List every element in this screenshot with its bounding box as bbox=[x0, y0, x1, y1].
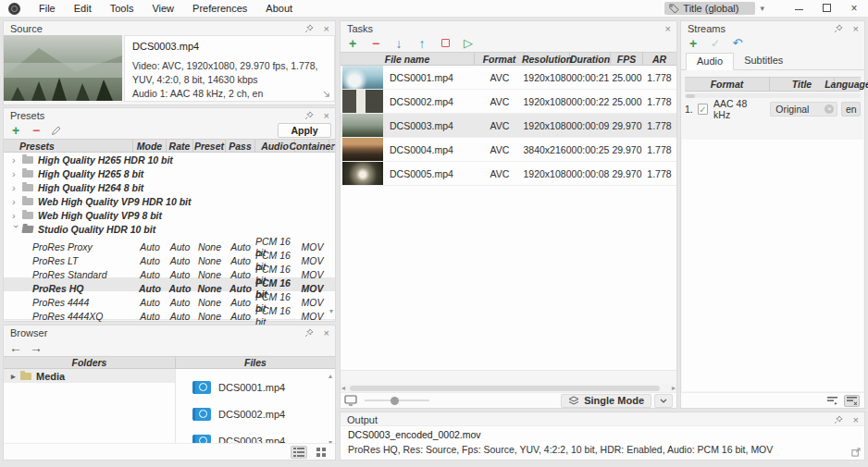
preset-preset: None bbox=[193, 241, 226, 252]
close-icon[interactable]: × bbox=[665, 24, 671, 33]
menu-preferences[interactable]: Preferences bbox=[183, 3, 256, 14]
tree-arrow-icon[interactable]: ▸ bbox=[11, 372, 19, 381]
folder-row-media[interactable]: ▸ Media bbox=[4, 369, 175, 383]
mode-dropdown-button[interactable] bbox=[654, 394, 673, 408]
close-icon[interactable]: × bbox=[324, 328, 329, 338]
monitor-icon[interactable] bbox=[344, 395, 357, 406]
stream-row[interactable]: 1. ✓ AAC 48 kHz Original × en bbox=[681, 100, 864, 118]
slider-knob[interactable] bbox=[391, 397, 399, 405]
preset-group-row[interactable]: › High Quality H264 8 bit bbox=[4, 180, 335, 194]
file-row[interactable]: DCS0001.mp4 bbox=[176, 374, 335, 400]
video-file-icon bbox=[192, 408, 211, 421]
pin-icon[interactable] bbox=[834, 24, 843, 33]
column-header: Duration bbox=[570, 53, 611, 65]
scroll-up-icon[interactable]: ▴ bbox=[329, 373, 332, 380]
preset-group-row[interactable]: › Web High Quality VP9 8 bit bbox=[4, 208, 335, 222]
menu-edit[interactable]: Edit bbox=[65, 3, 101, 14]
pin-icon[interactable] bbox=[304, 24, 314, 33]
remove-task-button[interactable]: − bbox=[367, 36, 384, 50]
chevron-right-icon[interactable]: › bbox=[12, 210, 21, 221]
move-down-button[interactable]: ↓ bbox=[391, 36, 407, 50]
edit-preset-button[interactable] bbox=[48, 123, 65, 137]
scroll-up-icon[interactable]: ▴ bbox=[329, 143, 333, 151]
tab-subtitles[interactable]: Subtitles bbox=[734, 53, 793, 69]
stream-title-input[interactable]: Original × bbox=[770, 102, 837, 117]
scroll-left-icon[interactable]: ◂ bbox=[341, 385, 345, 392]
preset-preset: None bbox=[193, 297, 226, 308]
task-resolution: 1920x1080 bbox=[525, 96, 570, 107]
task-format: AVC bbox=[475, 96, 525, 107]
menu-tools[interactable]: Tools bbox=[101, 3, 143, 14]
chevron-right-icon[interactable]: › bbox=[12, 196, 21, 207]
tab-audio[interactable]: Audio bbox=[686, 53, 734, 70]
task-row[interactable]: DCS0005.mp4 AVC 1920x1080 00:00:08 29.97… bbox=[341, 162, 676, 186]
window-close-button[interactable]: × bbox=[840, 2, 868, 15]
open-external-icon[interactable] bbox=[851, 448, 861, 457]
task-row[interactable]: DCS0002.mp4 AVC 1920x1080 00:00:22 25.00… bbox=[341, 90, 676, 114]
task-row[interactable]: DCS0004.mp4 AVC 3840x2160 00:00:25 29.97… bbox=[341, 138, 676, 162]
menu-file[interactable]: File bbox=[30, 3, 65, 14]
file-row[interactable]: DCS0002.mp4 bbox=[176, 400, 335, 427]
pin-icon[interactable] bbox=[304, 111, 314, 120]
panel-layout-toggle-button[interactable] bbox=[825, 395, 840, 407]
menu-view[interactable]: View bbox=[143, 3, 183, 14]
list-view-button[interactable] bbox=[291, 446, 307, 459]
source-info-card: DCS0003.mp4 Video: AVC, 1920x1080, 29.97… bbox=[124, 35, 335, 102]
preset-row[interactable]: ProRes Proxy Auto Auto None Auto PCM 16 … bbox=[4, 236, 335, 250]
chevron-down-icon[interactable]: › bbox=[11, 225, 22, 234]
start-encoding-button[interactable]: ▷ bbox=[460, 36, 477, 50]
output-panel: Output × DCS0003_encoded_0002.mov ProRes… bbox=[340, 412, 865, 461]
panel-layout-toggle-button-active[interactable] bbox=[844, 395, 860, 407]
pin-icon[interactable] bbox=[304, 328, 314, 338]
preset-group-row[interactable]: › Web High Quality VP9 HDR 10 bit bbox=[4, 194, 335, 208]
source-thumbnail[interactable] bbox=[4, 35, 122, 101]
source-body: DCS0003.mp4 Video: AVC, 1920x1080, 29.97… bbox=[4, 35, 335, 102]
preset-name: ProRes Proxy bbox=[4, 241, 133, 252]
remove-preset-button[interactable]: − bbox=[28, 123, 44, 137]
title-global-dropdown-icon[interactable]: ▾ bbox=[760, 4, 764, 13]
task-row-selected[interactable]: DCS0003.mp4 AVC 1920x1080 00:00:09 29.97… bbox=[341, 114, 676, 138]
stop-button[interactable] bbox=[437, 36, 453, 50]
apply-button[interactable]: Apply bbox=[278, 123, 331, 138]
close-icon[interactable]: × bbox=[324, 111, 329, 120]
menu-about[interactable]: About bbox=[256, 3, 302, 14]
preset-group-row[interactable]: › High Quality H265 8 bit bbox=[4, 166, 335, 180]
clear-text-icon[interactable]: × bbox=[825, 104, 834, 114]
window-maximize-button[interactable] bbox=[812, 2, 840, 15]
title-global-field[interactable]: Title (global) bbox=[664, 2, 755, 15]
add-stream-button[interactable]: + bbox=[685, 36, 701, 50]
tasks-panel-header: Tasks × bbox=[341, 21, 676, 34]
preset-group-row[interactable]: › High Quality H265 HDR 10 bit bbox=[4, 153, 335, 166]
close-icon[interactable]: × bbox=[324, 24, 329, 33]
apply-streams-button[interactable]: ✓ bbox=[707, 36, 724, 50]
thumbnail-size-slider[interactable] bbox=[365, 399, 429, 401]
scrollbar-thumb[interactable] bbox=[350, 386, 660, 391]
undo-icon[interactable]: ↶ bbox=[729, 36, 746, 50]
window-minimize-button[interactable] bbox=[785, 2, 812, 15]
close-icon[interactable]: × bbox=[853, 415, 859, 424]
streams-horizontal-scrollbar[interactable] bbox=[685, 93, 861, 98]
horizontal-scrollbar[interactable]: ◂ ▸ bbox=[341, 384, 676, 392]
add-preset-button[interactable]: + bbox=[7, 123, 24, 137]
close-icon[interactable]: × bbox=[853, 24, 859, 33]
chevron-right-icon[interactable]: › bbox=[12, 182, 21, 193]
task-row[interactable]: DCS0001.mp4 AVC 1920x1080 00:00:21 25.00… bbox=[341, 66, 676, 90]
forward-button[interactable]: → bbox=[28, 340, 44, 354]
single-mode-button[interactable]: Single Mode bbox=[561, 394, 651, 408]
preset-group-name: Web High Quality VP9 8 bit bbox=[38, 210, 162, 221]
chevron-right-icon[interactable]: › bbox=[12, 154, 21, 166]
move-up-button[interactable]: ↑ bbox=[414, 36, 430, 50]
add-task-button[interactable]: + bbox=[344, 36, 361, 50]
source-audio-info: Audio 1: AAC 48 kHz, 2 ch, en bbox=[132, 87, 327, 101]
grid-view-button[interactable] bbox=[313, 446, 329, 459]
preset-group-row-expanded[interactable]: › Studio Quality HDR 10 bit bbox=[4, 222, 335, 236]
stream-checkbox[interactable]: ✓ bbox=[698, 104, 708, 115]
back-button[interactable]: ← bbox=[7, 340, 24, 354]
preset-pass: Auto bbox=[226, 297, 255, 308]
scroll-down-icon[interactable]: ▾ bbox=[329, 308, 333, 315]
stream-language-button[interactable]: en bbox=[841, 102, 861, 117]
pin-icon[interactable] bbox=[834, 415, 843, 424]
chevron-right-icon[interactable]: › bbox=[12, 168, 21, 179]
expand-corner-icon[interactable] bbox=[322, 90, 330, 98]
scroll-right-icon[interactable]: ▸ bbox=[672, 385, 676, 392]
